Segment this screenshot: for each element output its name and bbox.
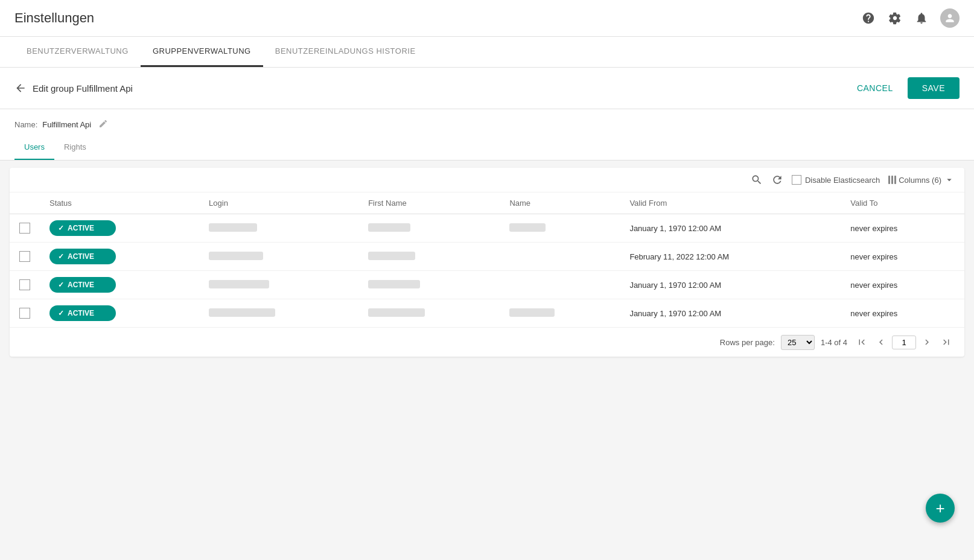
first-page-button[interactable]	[853, 334, 870, 351]
table-row: ✓ ACTIVEJanuary 1, 1970 12:00 AMnever ex…	[10, 271, 964, 299]
settings-icon[interactable]	[887, 10, 903, 26]
cancel-button[interactable]: CANCEL	[850, 78, 900, 98]
content-area: Disable Elasticsearch Columns (6) Status…	[0, 168, 974, 560]
name-cell	[500, 299, 620, 328]
valid-from-cell: January 1, 1970 12:00 AM	[620, 299, 841, 328]
add-fab-button[interactable]: +	[926, 494, 955, 523]
firstname-value	[368, 223, 410, 232]
prev-page-button[interactable]	[873, 334, 890, 351]
status-badge: ✓ ACTIVE	[49, 220, 116, 236]
header-icons	[861, 8, 960, 28]
columns-label: Columns (6)	[899, 176, 941, 185]
status-badge: ✓ ACTIVE	[49, 277, 116, 293]
row-checkbox[interactable]	[19, 251, 30, 262]
valid-from-cell: January 1, 1970 12:00 AM	[620, 271, 841, 299]
valid-to-cell: never expires	[841, 271, 964, 299]
avatar[interactable]	[940, 8, 960, 28]
table-container: Disable Elasticsearch Columns (6) Status…	[10, 168, 964, 357]
tab-benutzerverwaltung[interactable]: BENUTZERVERWALTUNG	[14, 37, 141, 67]
edit-pencil-icon[interactable]	[98, 119, 108, 130]
col-header-status: Status	[40, 192, 199, 214]
page-info: 1-4 of 4	[821, 338, 847, 347]
login-value	[209, 280, 269, 288]
disable-elasticsearch-option[interactable]: Disable Elasticsearch	[792, 175, 880, 185]
disable-elasticsearch-label: Disable Elasticsearch	[805, 176, 880, 185]
valid-from-cell: January 1, 1970 12:00 AM	[620, 214, 841, 243]
edit-group-header: Edit group Fulfillment Api CANCEL SAVE	[0, 68, 974, 109]
col-header-login: Login	[199, 192, 358, 214]
table-toolbar: Disable Elasticsearch Columns (6)	[10, 168, 964, 192]
users-table: Status Login First Name Name Valid From …	[10, 192, 964, 327]
name-cell	[500, 243, 620, 271]
name-value	[509, 223, 546, 232]
table-row: ✓ ACTIVEFebruary 11, 2022 12:00 AMnever …	[10, 243, 964, 271]
row-checkbox[interactable]	[19, 223, 30, 234]
page-title: Einstellungen	[14, 10, 94, 26]
sub-tab-rights[interactable]: Rights	[54, 135, 96, 160]
name-value	[509, 308, 555, 317]
check-icon: ✓	[58, 309, 64, 317]
valid-to-cell: never expires	[841, 299, 964, 328]
page-number-input[interactable]	[892, 336, 916, 349]
bell-icon[interactable]	[914, 10, 929, 26]
login-value	[209, 252, 263, 260]
refresh-icon[interactable]	[771, 174, 783, 186]
tab-benutzereinladung[interactable]: BENUTZEREINLADUNGS HISTORIE	[263, 37, 428, 67]
edit-group-title: Edit group Fulfillment Api	[33, 83, 133, 94]
login-value	[209, 308, 275, 317]
col-header-checkbox	[10, 192, 40, 214]
help-icon[interactable]	[861, 10, 876, 26]
columns-button[interactable]: Columns (6)	[888, 174, 955, 185]
sub-tab-users[interactable]: Users	[14, 135, 54, 160]
rows-per-page-select[interactable]: 25 50 100	[781, 335, 815, 350]
disable-elasticsearch-checkbox[interactable]	[792, 175, 801, 185]
name-value: Fulfillment Api	[42, 120, 91, 129]
col-header-firstname: First Name	[358, 192, 500, 214]
table-row: ✓ ACTIVEJanuary 1, 1970 12:00 AMnever ex…	[10, 214, 964, 243]
status-badge: ✓ ACTIVE	[49, 249, 116, 264]
name-cell	[500, 214, 620, 243]
main-tabs: BENUTZERVERWALTUNG GRUPPENVERWALTUNG BEN…	[0, 37, 974, 68]
login-cell	[199, 299, 358, 328]
header: Einstellungen	[0, 0, 974, 37]
pagination: Rows per page: 25 50 100 1-4 of 4	[10, 327, 964, 357]
firstname-value	[368, 252, 415, 260]
name-cell	[500, 271, 620, 299]
firstname-value	[368, 280, 420, 288]
firstname-cell	[358, 243, 500, 271]
login-cell	[199, 271, 358, 299]
login-cell	[199, 214, 358, 243]
firstname-value	[368, 308, 425, 317]
status-badge: ✓ ACTIVE	[49, 305, 116, 321]
name-label: Name:	[14, 120, 37, 129]
login-cell	[199, 243, 358, 271]
firstname-cell	[358, 271, 500, 299]
table-header-row: Status Login First Name Name Valid From …	[10, 192, 964, 214]
edit-header-left: Edit group Fulfillment Api	[14, 82, 133, 94]
col-header-valid-to: Valid To	[841, 192, 964, 214]
col-header-name: Name	[500, 192, 620, 214]
valid-to-cell: never expires	[841, 214, 964, 243]
page-nav	[853, 334, 955, 351]
check-icon: ✓	[58, 281, 64, 289]
valid-to-cell: never expires	[841, 243, 964, 271]
check-icon: ✓	[58, 252, 64, 261]
row-checkbox[interactable]	[19, 279, 30, 290]
search-icon[interactable]	[751, 174, 763, 186]
last-page-button[interactable]	[938, 334, 955, 351]
columns-icon	[888, 176, 896, 184]
table-row: ✓ ACTIVEJanuary 1, 1970 12:00 AMnever ex…	[10, 299, 964, 328]
col-header-valid-from: Valid From	[620, 192, 841, 214]
login-value	[209, 223, 257, 232]
sub-tabs: Users Rights	[0, 135, 974, 161]
row-checkbox[interactable]	[19, 308, 30, 319]
valid-from-cell: February 11, 2022 12:00 AM	[620, 243, 841, 271]
rows-per-page-label: Rows per page:	[720, 338, 775, 347]
back-arrow-icon[interactable]	[14, 82, 27, 94]
check-icon: ✓	[58, 224, 64, 232]
tab-gruppenverwaltung[interactable]: GRUPPENVERWALTUNG	[141, 37, 263, 67]
save-button[interactable]: SAVE	[908, 77, 960, 99]
firstname-cell	[358, 214, 500, 243]
edit-header-actions: CANCEL SAVE	[850, 77, 960, 99]
next-page-button[interactable]	[918, 334, 935, 351]
